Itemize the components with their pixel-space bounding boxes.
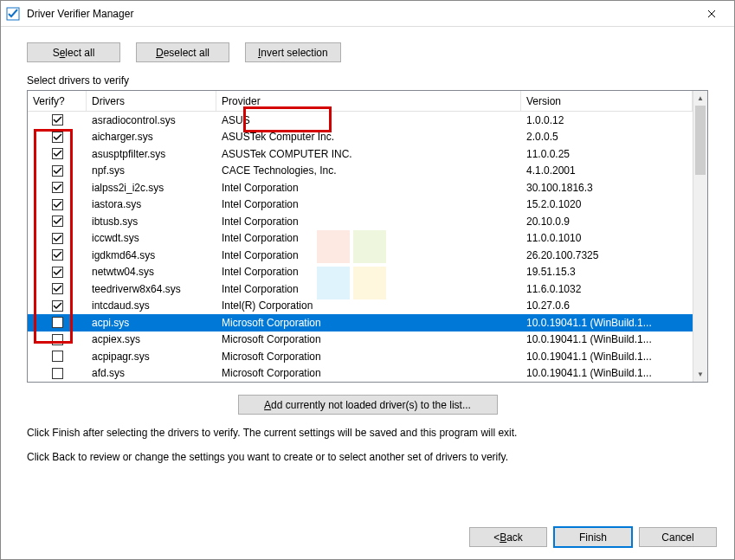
invert-selection-button[interactable]: Invert selection	[245, 42, 341, 62]
verify-checkbox[interactable]	[52, 249, 63, 261]
verify-checkbox[interactable]	[52, 114, 63, 126]
verify-cell	[28, 249, 87, 261]
verify-cell	[28, 334, 87, 345]
column-header-provider[interactable]: Provider	[216, 91, 521, 111]
check-icon	[53, 166, 62, 176]
check-icon	[53, 234, 62, 243]
close-icon	[707, 10, 716, 18]
verify-cell	[28, 148, 87, 159]
verify-cell	[28, 267, 87, 278]
table-row[interactable]: asusptpfilter.sysASUSTek COMPUTER INC.11…	[28, 145, 693, 163]
close-button[interactable]	[694, 2, 729, 26]
provider-cell: Intel Corporation	[216, 232, 521, 244]
verify-cell	[28, 300, 87, 312]
verify-checkbox[interactable]	[52, 317, 63, 328]
table-row[interactable]: ibtusb.sysIntel Corporation20.10.0.9	[28, 213, 693, 230]
driver-cell: acpipagr.sys	[87, 351, 216, 363]
verify-checkbox[interactable]	[52, 368, 63, 379]
verify-checkbox[interactable]	[52, 267, 63, 278]
version-cell: 2.0.0.5	[521, 131, 693, 143]
check-icon	[53, 200, 62, 209]
check-icon	[53, 267, 62, 277]
table-row[interactable]: intcdaud.sysIntel(R) Corporation10.27.0.…	[28, 298, 693, 315]
add-drivers-button[interactable]: Add currently not loaded driver(s) to th…	[238, 395, 498, 415]
table-row[interactable]: netwtw04.sysIntel Corporation19.51.15.3	[28, 264, 693, 281]
provider-cell: ASUS	[216, 114, 521, 126]
select-drivers-label: Select drivers to verify	[27, 74, 708, 87]
help-text-1: Click Finish after selecting the drivers…	[27, 427, 708, 439]
check-icon	[53, 284, 62, 293]
verify-checkbox[interactable]	[52, 182, 63, 193]
driver-cell: intcdaud.sys	[87, 299, 216, 312]
version-cell: 11.0.0.1010	[521, 232, 693, 244]
column-header-drivers[interactable]: Drivers	[87, 91, 216, 111]
verify-cell	[28, 351, 87, 362]
provider-cell: Intel Corporation	[216, 283, 521, 295]
driver-cell: igdkmd64.sys	[87, 249, 216, 261]
check-icon	[53, 132, 62, 142]
deselect-all-button[interactable]: Deselect all	[136, 42, 229, 62]
provider-cell: Microsoft Corporation	[216, 367, 521, 379]
table-row[interactable]: acpi.sysMicrosoft Corporation10.0.19041.…	[28, 314, 693, 331]
app-icon	[6, 7, 20, 21]
table-row[interactable]: npf.sysCACE Technologies, Inc.4.1.0.2001	[28, 163, 693, 180]
titlebar: Driver Verifier Manager	[1, 1, 734, 27]
table-row[interactable]: igdkmd64.sysIntel Corporation26.20.100.7…	[28, 247, 693, 264]
check-icon	[53, 149, 62, 158]
verify-cell	[28, 368, 87, 379]
verify-cell	[28, 182, 87, 193]
verify-checkbox[interactable]	[52, 199, 63, 210]
provider-cell: Microsoft Corporation	[216, 351, 521, 363]
driver-cell: ialpss2i_i2c.sys	[87, 182, 216, 194]
driver-cell: iastora.sys	[87, 198, 216, 210]
check-icon	[53, 183, 62, 192]
verify-checkbox[interactable]	[52, 334, 63, 345]
check-icon	[53, 301, 62, 311]
check-icon	[53, 115, 62, 125]
table-row[interactable]: acpipagr.sysMicrosoft Corporation10.0.19…	[28, 348, 693, 365]
verify-checkbox[interactable]	[52, 283, 63, 294]
verify-cell	[28, 132, 87, 143]
version-cell: 19.51.15.3	[521, 266, 693, 278]
table-row[interactable]: acpiex.sysMicrosoft Corporation10.0.1904…	[28, 331, 693, 349]
provider-cell: Intel Corporation	[216, 266, 521, 278]
table-row[interactable]: aicharger.sysASUSTek Computer Inc.2.0.0.…	[28, 129, 693, 146]
cancel-button[interactable]: Cancel	[639, 527, 717, 547]
verify-cell	[28, 233, 87, 244]
verify-cell	[28, 114, 87, 126]
scroll-down-arrow-icon[interactable]: ▼	[693, 367, 707, 382]
column-header-verify[interactable]: Verify?	[28, 91, 87, 111]
table-row[interactable]: afd.sysMicrosoft Corporation10.0.19041.1…	[28, 365, 693, 383]
table-row[interactable]: teedriverw8x64.sysIntel Corporation11.6.…	[28, 280, 693, 298]
version-cell: 1.0.0.12	[521, 114, 693, 126]
table-row[interactable]: ialpss2i_i2c.sysIntel Corporation30.100.…	[28, 179, 693, 196]
verify-checkbox[interactable]	[52, 216, 63, 227]
select-all-button[interactable]: Select all	[27, 42, 120, 62]
verify-checkbox[interactable]	[52, 132, 63, 143]
version-cell: 10.0.19041.1 (WinBuild.1...	[521, 317, 693, 329]
table-row[interactable]: asradiocontrol.sysASUS1.0.0.12	[28, 112, 693, 129]
table-row[interactable]: iccwdt.sysIntel Corporation11.0.0.1010	[28, 230, 693, 248]
provider-cell: Microsoft Corporation	[216, 317, 521, 329]
scroll-thumb[interactable]	[695, 106, 706, 175]
verify-checkbox[interactable]	[52, 165, 63, 177]
scroll-up-arrow-icon[interactable]: ▲	[693, 91, 707, 106]
back-button[interactable]: < Back	[469, 527, 547, 547]
table-row[interactable]: iastora.sysIntel Corporation15.2.0.1020	[28, 196, 693, 214]
verify-checkbox[interactable]	[52, 148, 63, 159]
verify-checkbox[interactable]	[52, 300, 63, 312]
finish-button[interactable]: Finish	[554, 527, 632, 547]
driver-cell: netwtw04.sys	[87, 266, 216, 278]
provider-cell: Intel Corporation	[216, 198, 521, 210]
verify-checkbox[interactable]	[52, 233, 63, 244]
provider-cell: Intel Corporation	[216, 182, 521, 194]
version-cell: 30.100.1816.3	[521, 182, 693, 194]
scrollbar-vertical[interactable]: ▲ ▼	[693, 91, 707, 382]
driver-cell: iccwdt.sys	[87, 232, 216, 244]
window-title: Driver Verifier Manager	[27, 8, 694, 20]
driver-cell: teedriverw8x64.sys	[87, 283, 216, 295]
column-header-version[interactable]: Version	[521, 91, 693, 111]
verify-cell	[28, 283, 87, 294]
provider-cell: ASUSTek COMPUTER INC.	[216, 148, 521, 160]
verify-checkbox[interactable]	[52, 351, 63, 362]
